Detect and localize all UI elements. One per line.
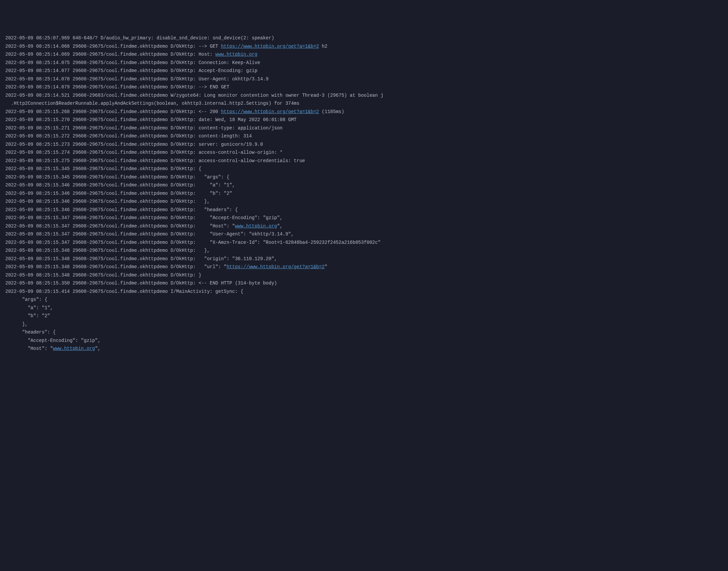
log-line: 2022-05-09 08:25:14.521 29608-29683/cool… <box>5 91 723 100</box>
log-line: 2022-05-09 08:25:15.347 29608-29675/cool… <box>5 214 723 222</box>
log-line: 2022-05-09 08:25:15.347 29608-29675/cool… <box>5 230 723 238</box>
log-url-link[interactable]: https://www.httpbin.org/get?a=1&b=2 <box>221 44 319 49</box>
log-text: "Accept-Encoding": "gzip", <box>5 338 103 343</box>
log-text: (1185ms) <box>319 109 344 114</box>
log-url-link[interactable]: www.httpbin.org <box>235 223 277 229</box>
log-text: 2022-05-09 08:25:15.347 29608-29675/cool… <box>5 240 381 245</box>
log-text: "a": "1", <box>5 305 56 311</box>
log-line: 2022-05-09 08:25:15.273 29608-29675/cool… <box>5 140 723 149</box>
log-line: 2022-05-09 08:25:15.274 29608-29675/cool… <box>5 148 723 157</box>
log-line: 2022-05-09 08:25:15.348 29608-29675/cool… <box>5 255 723 263</box>
log-url-link[interactable]: www.httpbin.org <box>215 52 257 57</box>
log-line: 2022-05-09 08:25:15.268 29608-29675/cool… <box>5 108 723 116</box>
log-line: 2022-05-09 08:25:14.075 29608-29675/cool… <box>5 59 723 67</box>
log-line: }, <box>5 320 723 329</box>
log-line: 2022-05-09 08:25:14.078 29608-29675/cool… <box>5 75 723 83</box>
log-text: 2022-05-09 08:25:15.345 29608-29675/cool… <box>5 175 229 180</box>
log-line: 2022-05-09 08:25:15.346 29608-29675/cool… <box>5 206 723 214</box>
log-text: 2022-05-09 08:25:15.350 29608-29675/cool… <box>5 280 277 286</box>
log-line: 2022-05-09 08:25:15.346 29608-29675/cool… <box>5 190 723 198</box>
log-text: 2022-05-09 08:25:14.078 29608-29675/cool… <box>5 76 269 82</box>
log-text: 2022-05-09 08:25:15.346 29608-29675/cool… <box>5 199 213 204</box>
log-line: 2022-05-09 08:25:15.350 29608-29675/cool… <box>5 279 723 288</box>
log-text: "headers": { <box>5 330 56 335</box>
log-text: 2022-05-09 08:25:15.272 29608-29675/cool… <box>5 133 252 139</box>
log-line: 2022-05-09 08:25:07.969 648-648/? D/audi… <box>5 34 723 42</box>
log-url-link[interactable]: https://www.httpbin.org/get?a=1&b=2 <box>227 264 325 269</box>
log-text: 2022-05-09 08:25:15.346 29608-29675/cool… <box>5 183 238 188</box>
log-text: 2022-05-09 08:25:14.521 29608-29683/cool… <box>5 93 383 98</box>
log-line: 2022-05-09 08:25:15.348 29608-29675/cool… <box>5 271 723 279</box>
log-line: 2022-05-09 08:25:15.347 29608-29675/cool… <box>5 222 723 230</box>
log-line: 2022-05-09 08:25:14.069 29608-29675/cool… <box>5 50 723 59</box>
log-line: 2022-05-09 08:25:14.068 29608-29675/cool… <box>5 42 723 51</box>
log-text: 2022-05-09 08:25:15.271 29608-29675/cool… <box>5 125 283 131</box>
log-line: 2022-05-09 08:25:14.077 29608-29675/cool… <box>5 67 723 75</box>
log-text: 2022-05-09 08:25:15.346 29608-29675/cool… <box>5 207 238 213</box>
log-line: "a": "1", <box>5 304 723 312</box>
log-line: "b": "2" <box>5 312 723 320</box>
log-text: .Http2Connection$ReaderRunnable.applyAnd… <box>5 101 299 106</box>
log-line: "args": { <box>5 296 723 304</box>
log-url-link[interactable]: www.httpbin.org <box>53 346 95 351</box>
log-line: .Http2Connection$ReaderRunnable.applyAnd… <box>5 99 723 108</box>
log-line: 2022-05-09 08:25:15.347 29608-29675/cool… <box>5 238 723 247</box>
log-text: 2022-05-09 08:25:14.075 29608-29675/cool… <box>5 60 260 66</box>
log-line: 2022-05-09 08:25:15.270 29608-29675/cool… <box>5 116 723 124</box>
log-text: 2022-05-09 08:25:15.348 29608-29675/cool… <box>5 256 280 261</box>
log-text: "args": { <box>5 297 47 302</box>
log-line: 2022-05-09 08:25:15.348 29608-29675/cool… <box>5 263 723 271</box>
log-text: 2022-05-09 08:25:07.969 648-648/? D/audi… <box>5 35 274 41</box>
log-line: 2022-05-09 08:25:14.079 29608-29675/cool… <box>5 83 723 91</box>
log-text: h2 <box>319 44 327 49</box>
log-text: " <box>325 264 327 269</box>
log-text: 2022-05-09 08:25:14.079 29608-29675/cool… <box>5 84 229 90</box>
log-text: 2022-05-09 08:25:14.068 29608-29675/cool… <box>5 44 221 49</box>
log-line: 2022-05-09 08:25:15.346 29608-29675/cool… <box>5 181 723 190</box>
log-text: }, <box>5 322 31 327</box>
log-line: "Accept-Encoding": "gzip", <box>5 337 723 345</box>
log-line: 2022-05-09 08:25:15.345 29608-29675/cool… <box>5 173 723 182</box>
log-text: 2022-05-09 08:25:15.347 29608-29675/cool… <box>5 223 235 229</box>
log-line: 2022-05-09 08:25:15.272 29608-29675/cool… <box>5 132 723 140</box>
log-text: 2022-05-09 08:25:15.275 29608-29675/cool… <box>5 158 305 163</box>
log-text: "b": "2" <box>5 313 50 319</box>
log-text: 2022-05-09 08:25:15.346 29608-29675/cool… <box>5 191 232 196</box>
log-text: 2022-05-09 08:25:15.348 29608-29675/cool… <box>5 272 201 278</box>
log-line: 2022-05-09 08:25:15.275 29608-29675/cool… <box>5 157 723 165</box>
log-text: 2022-05-09 08:25:15.270 29608-29675/cool… <box>5 117 297 122</box>
log-text: 2022-05-09 08:25:14.069 29608-29675/cool… <box>5 52 215 57</box>
log-text: 2022-05-09 08:25:14.077 29608-29675/cool… <box>5 68 257 73</box>
log-text: 2022-05-09 08:25:15.414 29608-29675/cool… <box>5 289 243 294</box>
log-line: 2022-05-09 08:25:15.348 29608-29675/cool… <box>5 246 723 255</box>
log-text: 2022-05-09 08:25:15.348 29608-29675/cool… <box>5 248 213 253</box>
log-text: 2022-05-09 08:25:15.347 29608-29675/cool… <box>5 215 285 220</box>
log-line: 2022-05-09 08:25:15.414 29608-29675/cool… <box>5 288 723 296</box>
log-text: 2022-05-09 08:25:15.268 29608-29675/cool… <box>5 109 221 114</box>
log-url-link[interactable]: https://www.httpbin.org/get?a=1&b=2 <box>221 109 319 114</box>
log-text: 2022-05-09 08:25:15.347 29608-29675/cool… <box>5 231 297 237</box>
log-line: "Host": "www.httpbin.org", <box>5 345 723 353</box>
log-text: 2022-05-09 08:25:15.348 29608-29675/cool… <box>5 264 227 269</box>
log-text: "Host": " <box>5 346 53 351</box>
log-text: ", <box>277 223 285 229</box>
log-text: 2022-05-09 08:25:15.274 29608-29675/cool… <box>5 150 283 155</box>
log-line: 2022-05-09 08:25:15.271 29608-29675/cool… <box>5 124 723 132</box>
log-text: 2022-05-09 08:25:15.273 29608-29675/cool… <box>5 142 263 147</box>
log-line: "headers": { <box>5 328 723 337</box>
log-text: 2022-05-09 08:25:15.345 29608-29675/cool… <box>5 166 201 172</box>
log-line: 2022-05-09 08:25:15.345 29608-29675/cool… <box>5 165 723 173</box>
log-text: ", <box>95 346 103 351</box>
log-line: 2022-05-09 08:25:15.346 29608-29675/cool… <box>5 198 723 206</box>
logcat-output[interactable]: 2022-05-09 08:25:07.969 648-648/? D/audi… <box>5 34 723 353</box>
